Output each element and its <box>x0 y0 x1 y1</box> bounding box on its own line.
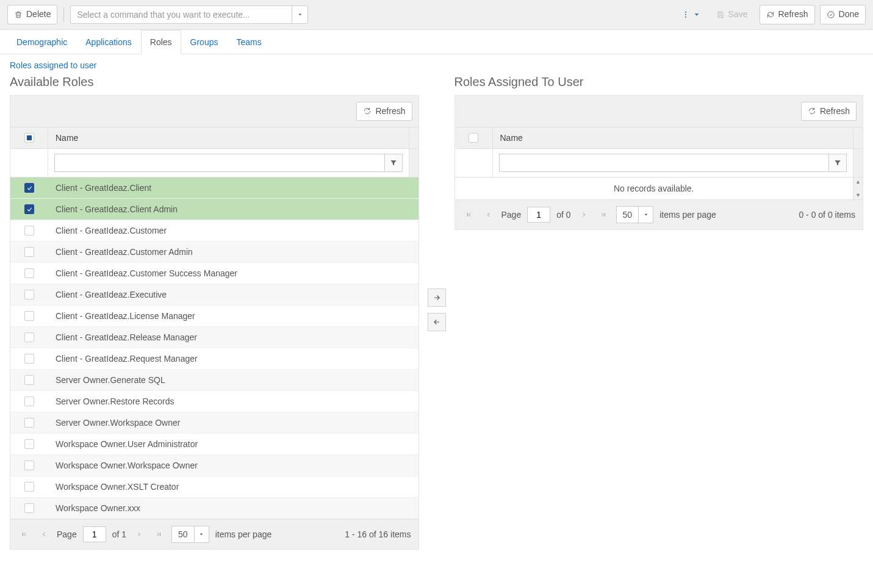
select-all-cell <box>455 127 493 148</box>
row-checkbox[interactable] <box>24 461 34 470</box>
row-checkbox[interactable] <box>24 375 34 385</box>
table-row[interactable]: Workspace Owner.Workspace Owner <box>10 455 419 476</box>
command-caret[interactable] <box>292 6 307 23</box>
row-checkbox[interactable] <box>24 439 34 449</box>
row-name: Client - GreatIdeaz.Executive <box>48 284 419 305</box>
page-size-caret[interactable] <box>638 207 653 223</box>
tab-applications[interactable]: Applications <box>76 30 141 54</box>
done-button[interactable]: Done <box>820 5 866 24</box>
assigned-roles-title: Roles Assigned To User <box>454 75 864 89</box>
save-icon <box>716 10 725 19</box>
name-filter-input[interactable] <box>54 154 384 172</box>
table-row[interactable]: Client - GreatIdeaz.Customer Success Man… <box>10 263 419 284</box>
scroll-up-icon[interactable]: ▲ <box>853 177 863 186</box>
row-checkbox[interactable] <box>24 354 34 364</box>
select-all-checkbox[interactable] <box>24 133 34 143</box>
name-column-header[interactable]: Name <box>493 127 853 148</box>
roles-assigned-link[interactable]: Roles assigned to user <box>10 60 96 70</box>
row-checkbox[interactable] <box>24 268 34 278</box>
table-row[interactable]: Client - GreatIdeaz.Request Manager <box>10 348 419 370</box>
row-name: Client - GreatIdeaz.Request Manager <box>48 348 419 369</box>
left-grid-body[interactable]: Client - GreatIdeaz.ClientClient - Great… <box>10 177 419 519</box>
scroll-gutter <box>853 127 863 148</box>
assigned-roles-panel: Roles Assigned To User Refresh Name <box>454 70 864 231</box>
available-roles-panel: Available Roles Refresh Name <box>10 70 419 550</box>
table-row[interactable]: Client - GreatIdeaz.Client <box>10 177 419 199</box>
row-name: Client - GreatIdeaz.Customer Success Man… <box>48 263 419 284</box>
command-combo[interactable] <box>70 5 308 24</box>
row-check-cell <box>10 284 48 305</box>
row-checkbox[interactable] <box>24 332 34 342</box>
row-checkbox[interactable] <box>24 311 34 321</box>
right-scroll-column: ▲ ▼ <box>853 177 863 199</box>
table-row[interactable]: Server Owner.Workspace Owner <box>10 412 419 434</box>
name-filter-button[interactable] <box>384 154 403 172</box>
save-button[interactable]: Save <box>710 5 755 24</box>
pager-prev-button[interactable] <box>37 528 51 541</box>
move-right-button[interactable] <box>428 289 446 307</box>
row-check-cell <box>10 434 48 454</box>
row-checkbox[interactable] <box>24 226 34 235</box>
name-column-header[interactable]: Name <box>48 127 409 148</box>
delete-button[interactable]: Delete <box>7 5 57 24</box>
row-check-cell <box>10 263 48 284</box>
move-left-button[interactable] <box>428 313 446 331</box>
command-input[interactable] <box>71 10 292 20</box>
pager-prev-button[interactable] <box>482 208 495 221</box>
row-checkbox[interactable] <box>24 482 34 492</box>
row-checkbox[interactable] <box>24 204 34 214</box>
tab-roles[interactable]: Roles <box>141 30 181 54</box>
name-filter-button[interactable] <box>828 154 847 172</box>
table-row[interactable]: Client - GreatIdeaz.Release Manager <box>10 327 419 348</box>
row-name: Workspace Owner.xxx <box>48 498 419 518</box>
pager-last-button[interactable] <box>152 528 165 541</box>
more-actions-button[interactable] <box>678 8 705 21</box>
arrow-right-icon <box>433 293 441 302</box>
row-checkbox[interactable] <box>24 247 34 257</box>
pager-last-button[interactable] <box>597 208 610 221</box>
refresh-button[interactable]: Refresh <box>760 5 815 24</box>
table-row[interactable]: Client - GreatIdeaz.Customer Admin <box>10 242 419 263</box>
page-size-caret[interactable] <box>194 526 209 542</box>
right-refresh-button[interactable]: Refresh <box>801 102 857 121</box>
tab-demographic[interactable]: Demographic <box>7 30 76 54</box>
right-pager: Page of 0 50 items per page 0 - 0 of 0 i… <box>455 199 863 229</box>
table-row[interactable]: Server Owner.Generate SQL <box>10 370 419 391</box>
pager-first-button[interactable] <box>18 528 31 541</box>
row-name: Client - GreatIdeaz.Customer Admin <box>48 242 419 262</box>
table-row[interactable]: Server Owner.Restore Records <box>10 391 419 412</box>
filter-check-spacer <box>10 149 48 177</box>
pager-first-button[interactable] <box>462 208 476 221</box>
row-check-cell <box>10 199 48 220</box>
pager-next-button[interactable] <box>577 208 591 221</box>
table-row[interactable]: Client - GreatIdeaz.License Manager <box>10 306 419 327</box>
row-checkbox[interactable] <box>24 183 34 193</box>
row-checkbox[interactable] <box>24 503 34 513</box>
right-refresh-label: Refresh <box>820 106 850 118</box>
table-row[interactable]: Client - GreatIdeaz.Client Admin <box>10 199 419 220</box>
scroll-down-icon[interactable]: ▼ <box>853 191 863 199</box>
table-row[interactable]: Workspace Owner.User Administrator <box>10 434 419 455</box>
page-last-icon <box>155 531 162 538</box>
table-row[interactable]: Client - GreatIdeaz.Customer <box>10 220 419 242</box>
table-row[interactable]: Client - GreatIdeaz.Executive <box>10 284 419 306</box>
table-row[interactable]: Workspace Owner.xxx <box>10 498 419 519</box>
pager-next-button[interactable] <box>132 528 146 541</box>
row-checkbox[interactable] <box>24 290 34 299</box>
row-checkbox[interactable] <box>24 418 34 428</box>
row-checkbox[interactable] <box>24 396 34 406</box>
name-filter-input[interactable] <box>499 154 829 172</box>
page-size-select[interactable]: 50 <box>616 206 654 223</box>
page-size-select[interactable]: 50 <box>171 526 209 543</box>
page-input[interactable] <box>83 526 106 542</box>
left-refresh-button[interactable]: Refresh <box>356 102 412 121</box>
chevron-down-icon <box>643 212 649 218</box>
tab-teams[interactable]: Teams <box>227 30 270 54</box>
row-name: Client - GreatIdeaz.Client <box>48 177 419 198</box>
tab-groups[interactable]: Groups <box>181 30 228 54</box>
filter-icon <box>833 159 842 167</box>
subheader: Roles assigned to user <box>0 54 873 70</box>
table-row[interactable]: Workspace Owner.XSLT Creator <box>10 476 419 498</box>
select-all-checkbox[interactable] <box>469 133 478 143</box>
page-input[interactable] <box>527 207 550 223</box>
